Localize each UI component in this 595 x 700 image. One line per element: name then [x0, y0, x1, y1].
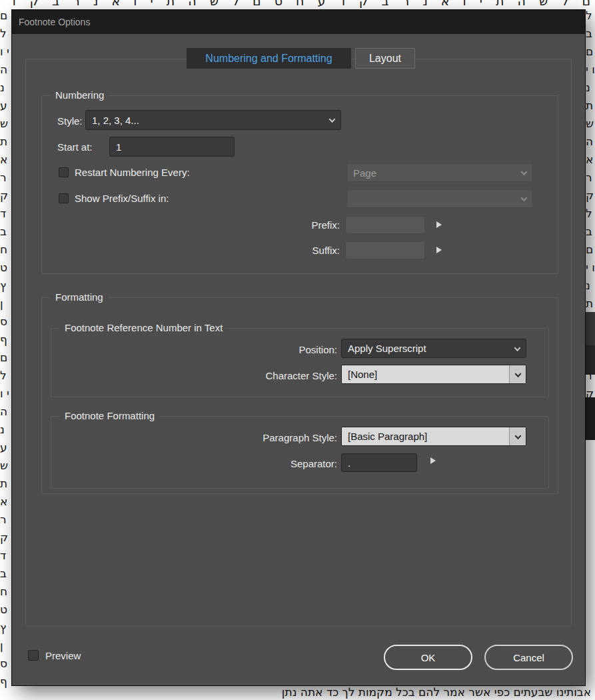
footnote-formatting-group-legend: Footnote Formatting [60, 410, 159, 422]
tab-label: Layout [369, 53, 401, 65]
restart-numbering-select[interactable]: Page [346, 163, 533, 182]
prefix-label: Prefix: [265, 219, 340, 232]
preview-checkbox[interactable] [28, 650, 39, 661]
style-select-value: 1, 2, 3, 4... [92, 115, 139, 126]
position-select[interactable]: Apply Superscript [341, 339, 526, 358]
character-style-select[interactable]: [None] [341, 365, 526, 384]
style-select[interactable]: 1, 2, 3, 4... [85, 110, 341, 130]
separator-value: . [348, 457, 350, 469]
reference-number-group-legend: Footnote Reference Number in Text [60, 322, 227, 334]
chevron-down-icon [521, 169, 528, 175]
chevron-down-icon [515, 433, 522, 439]
paragraph-style-select[interactable]: [Basic Paragraph] [341, 427, 526, 446]
position-label: Position: [232, 343, 337, 357]
dialog-title-bar[interactable]: Footnote Options [12, 10, 585, 34]
separator-flyout-arrow-icon[interactable] [430, 457, 436, 464]
cancel-button[interactable]: Cancel [484, 645, 573, 670]
separator-input[interactable]: . [341, 453, 417, 472]
dialog-title: Footnote Options [19, 10, 90, 34]
paragraph-style-label: Paragraph Style: [212, 431, 337, 445]
background-text-top: ם ל ש ה ת י ו א נ ר ב ק ד ע ח ט ם ל ש ה … [0, 0, 595, 10]
numbering-group-legend: Numbering [51, 89, 109, 101]
chevron-down-icon [521, 195, 528, 201]
show-prefix-suffix-select[interactable] [346, 189, 533, 208]
suffix-label: Suffix: [265, 244, 340, 257]
prefix-input[interactable] [345, 216, 425, 234]
start-at-input[interactable]: 1 [109, 137, 235, 157]
ok-button[interactable]: OK [384, 645, 472, 670]
footnote-options-dialog: Footnote Options Numbering and Formattin… [12, 10, 585, 685]
tab-numbering-and-formatting[interactable]: Numbering and Formatting [187, 48, 351, 69]
style-label: Style: [57, 115, 83, 128]
restart-numbering-checkbox[interactable] [59, 167, 69, 177]
start-at-label: Start at: [57, 141, 93, 154]
show-prefix-suffix-checkbox[interactable] [59, 193, 69, 203]
start-at-value: 1 [116, 141, 121, 153]
character-style-value: [None] [348, 369, 377, 380]
restart-numbering-label: Restart Numbering Every: [75, 166, 190, 179]
dropdown-arrow-segment[interactable] [509, 365, 526, 383]
paragraph-style-value: [Basic Paragraph] [348, 431, 427, 442]
chevron-down-icon [514, 345, 521, 351]
background-panel-block [585, 397, 595, 440]
suffix-input[interactable] [345, 241, 425, 259]
background-text-bottom: אבותינו שבעתים כפי אשר אמר להם בכל מקמות… [0, 684, 595, 700]
character-style-label: Character Style: [219, 369, 337, 383]
chevron-down-icon [515, 371, 522, 377]
suffix-flyout-arrow-icon[interactable] [436, 247, 442, 253]
restart-numbering-value: Page [353, 167, 376, 179]
preview-label: Preview [45, 649, 81, 663]
chevron-down-icon [329, 116, 336, 123]
separator-label: Separator: [232, 457, 337, 471]
position-value: Apply Superscript [348, 343, 426, 354]
formatting-group-legend: Formatting [51, 291, 108, 303]
show-prefix-suffix-label: Show Prefix/Suffix in: [75, 192, 169, 205]
tab-layout[interactable]: Layout [355, 48, 415, 69]
prefix-flyout-arrow-icon[interactable] [436, 221, 442, 228]
background-panel-block [585, 312, 595, 345]
background-text-left: ם ל י ו ה נ ע ש ת א ר ק ד ב ח ט ץ ן ס ף … [0, 7, 12, 700]
background-panel-block [585, 345, 595, 375]
dropdown-arrow-segment[interactable] [509, 427, 526, 445]
tab-label: Numbering and Formatting [205, 53, 332, 65]
